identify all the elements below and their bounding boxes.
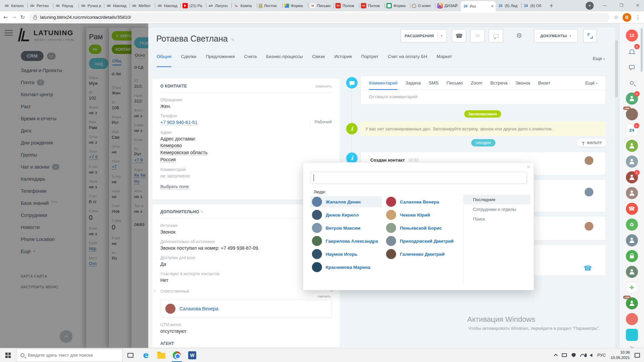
composer-tab-call[interactable]: Звонок (516, 80, 530, 90)
tab-quotes[interactable]: Предложения (206, 54, 235, 67)
secure-lock-icon[interactable] (34, 17, 37, 19)
browser-tab[interactable]: Письмо (308, 0, 333, 11)
browser-tab[interactable]: Форма (384, 0, 410, 11)
leaf-icon[interactable] (626, 282, 638, 294)
tab-general[interactable]: Общие (157, 54, 171, 67)
lock-icon[interactable] (626, 250, 638, 262)
composer-tab-task[interactable]: Задача (406, 80, 421, 90)
person-item[interactable]: Наумов Игорь (311, 248, 382, 260)
contact-avatar[interactable]: CRM (626, 297, 638, 309)
person-item[interactable]: Галиченко Дмитрий (385, 248, 459, 260)
file-explorer-icon[interactable] (154, 348, 169, 362)
browser-tab[interactable]: Форма (282, 0, 308, 11)
bookmark-star-icon[interactable] (614, 15, 619, 20)
tab-history[interactable]: История (334, 54, 352, 67)
tray-clock[interactable]: 10:36 19.05.2021 (610, 350, 630, 360)
browser-tab[interactable]: (5) Лид (496, 0, 521, 11)
browser-tab[interactable]: Латунн (206, 0, 231, 11)
edit-link[interactable]: изменить (316, 84, 332, 88)
action-center-icon[interactable] (635, 353, 640, 358)
chrome-app-icon[interactable] (169, 348, 184, 362)
browser-tab[interactable]: Полож (359, 0, 384, 11)
composer-tab-sms[interactable]: SMS (429, 80, 438, 90)
person-item[interactable]: Дюков Кирилл (311, 209, 382, 221)
browser-tab[interactable]: О комп (410, 0, 435, 11)
address-line[interactable]: Кемерово (160, 143, 182, 148)
phone-link[interactable]: +7 903 940-61-51 (160, 120, 198, 125)
popup-nav-employees[interactable]: Сотрудники и отделы (464, 204, 530, 214)
edit-section-icon[interactable] (200, 209, 204, 214)
extensions-button[interactable]: РАСШИРЕНИЯ (400, 29, 447, 43)
call-button[interactable] (452, 29, 466, 43)
tab-links[interactable]: Связи (312, 54, 325, 67)
window-restore-button[interactable] (616, 0, 627, 11)
composer-tab-email[interactable]: Письмо (447, 80, 463, 90)
filter-button[interactable]: ФИЛЬТР (577, 139, 606, 147)
reload-icon[interactable] (20, 15, 25, 20)
call-entry-icon[interactable] (584, 265, 592, 272)
browser-tab[interactable]: Компа (231, 0, 257, 11)
contact-avatar[interactable] (626, 156, 638, 168)
comment-input[interactable]: Оставьте комментарий (361, 90, 605, 103)
device-icon[interactable] (562, 353, 567, 357)
start-button[interactable] (0, 348, 16, 362)
search-icon[interactable] (626, 77, 638, 89)
main-scrollbar[interactable] (615, 40, 618, 97)
network-icon[interactable] (580, 354, 585, 357)
rail-scrollbar[interactable] (641, 28, 643, 72)
person-item[interactable]: Ветров Максим (311, 222, 382, 234)
composer-tab-visit[interactable]: Визит (538, 80, 550, 90)
app-icon[interactable] (626, 329, 638, 341)
notifications-counter[interactable]: 13 (626, 29, 638, 42)
composer-tab-meeting[interactable]: Встреча (490, 80, 507, 90)
address-line[interactable]: Россия (160, 157, 176, 163)
taskbar-search[interactable] (16, 349, 123, 362)
person-item[interactable]: Красникова Марина (311, 261, 382, 273)
back-icon[interactable] (3, 15, 8, 20)
url-field[interactable]: latuning.bitrix24.ru/crm/contact/details… (29, 13, 609, 22)
people-search-input[interactable] (311, 172, 527, 184)
security-shield-icon[interactable] (572, 353, 576, 357)
contact-avatar[interactable] (626, 313, 638, 325)
phone-app-icon[interactable] (626, 203, 638, 215)
browser-tab[interactable]: Раунд (53, 0, 78, 11)
tab-close-icon[interactable] (491, 5, 494, 8)
browser-tab[interactable]: Наклад (155, 0, 180, 11)
email-button[interactable] (470, 29, 485, 43)
contact-avatar[interactable] (626, 266, 638, 278)
browser-tab[interactable]: Мебел (129, 0, 155, 11)
browser-menu-icon[interactable] (635, 15, 641, 20)
popup-close-icon[interactable] (527, 165, 530, 169)
tab-invoice-bn[interactable]: Счет на оплату БН (388, 54, 427, 67)
popup-nav-recent[interactable]: Последние (464, 195, 530, 204)
tab-market[interactable]: Маркет (437, 54, 452, 67)
bitrix24-app-icon[interactable]: 241 (626, 124, 638, 136)
tab-bizproc[interactable]: Бизнес-процессы (266, 54, 303, 67)
person-item[interactable]: Салахова Венера (385, 196, 459, 207)
address-line[interactable]: Кемеровская область (160, 150, 208, 156)
composer-tab-zoom[interactable]: Zoom (471, 80, 482, 90)
contact-avatar[interactable]: 1 (626, 171, 638, 183)
volume-icon[interactable] (590, 354, 592, 357)
url-text[interactable]: latuning.bitrix24.ru/crm/contact/details… (40, 15, 131, 20)
contact-avatar[interactable] (626, 187, 638, 199)
browser-tab-active[interactable]: Рот (461, 1, 496, 11)
choose-field-link[interactable]: Выбрать поле (160, 184, 189, 189)
taskbar-search-input[interactable] (28, 353, 112, 358)
documents-button[interactable]: ДОКУМЕНТЫ (534, 29, 578, 43)
flower-icon[interactable] (626, 219, 638, 231)
word-app-icon[interactable]: W (184, 348, 200, 362)
settings-gear-icon[interactable] (516, 32, 522, 40)
composer-tab-comment[interactable]: Комментарий (369, 80, 397, 90)
browser-tab[interactable]: Лестни (257, 0, 282, 11)
contact-avatar[interactable] (626, 234, 638, 246)
browser-tab[interactable]: ДИЗАЙ (435, 0, 461, 11)
tray-expand-icon[interactable] (554, 354, 558, 357)
browser-tab[interactable]: Полож (333, 0, 359, 11)
browser-tab[interactable]: Ручка р (78, 0, 104, 11)
tab-more[interactable]: Еще (593, 56, 605, 61)
edge-app-icon[interactable]: e (138, 348, 154, 362)
contact-avatar[interactable]: CRM (626, 108, 638, 120)
popup-nav-search[interactable]: Поиск (464, 214, 530, 224)
chat-icon[interactable] (626, 61, 638, 73)
